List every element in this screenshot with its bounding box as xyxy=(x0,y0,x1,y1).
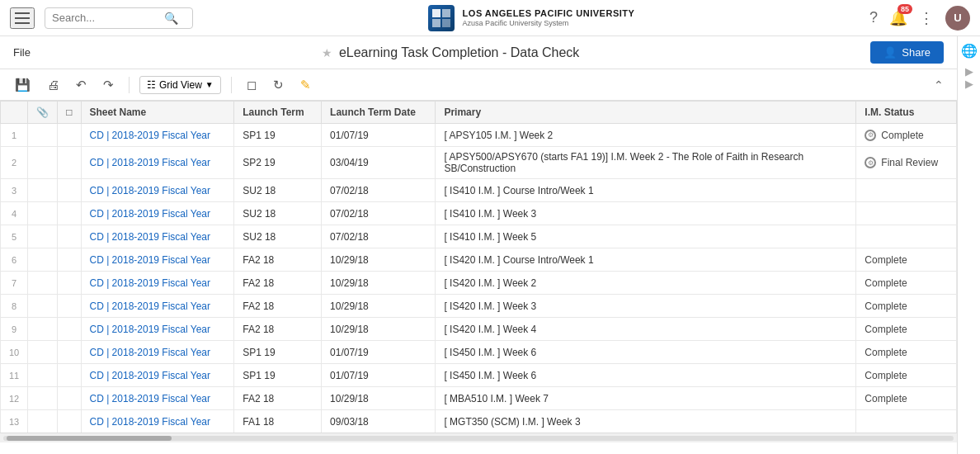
attachment-icon: 📎 xyxy=(36,106,49,118)
cell-im-status-3 xyxy=(856,179,957,202)
sheet-link-13[interactable]: CD | 2018-2019 Fiscal Year xyxy=(90,416,211,428)
row-checkbox-8[interactable] xyxy=(28,295,58,318)
sheet-link-4[interactable]: CD | 2018-2019 Fiscal Year xyxy=(90,208,211,220)
row-icon-2[interactable] xyxy=(58,147,81,179)
nav-right: ? 🔔 85 ⋮ U xyxy=(869,6,970,31)
cell-primary-6: [ IS420 I.M. ] Course Intro/Week 1 xyxy=(436,248,856,272)
horizontal-scrollbar[interactable] xyxy=(0,433,957,442)
share-button[interactable]: 👤 Share xyxy=(870,41,944,64)
share-label: Share xyxy=(902,46,931,59)
cell-launch-term-10: SP1 19 xyxy=(234,341,322,364)
grid-view-label: Grid View xyxy=(159,79,202,91)
redo-button[interactable]: ↷ xyxy=(98,74,119,96)
cell-sheet-name-11: CD | 2018-2019 Fiscal Year xyxy=(81,364,234,387)
sheet-link-7[interactable]: CD | 2018-2019 Fiscal Year xyxy=(90,277,211,289)
row-icon-11[interactable] xyxy=(58,364,81,387)
scrollbar-thumb[interactable] xyxy=(7,436,172,441)
star-icon[interactable]: ★ xyxy=(322,46,332,59)
col-primary[interactable]: Primary xyxy=(436,102,856,124)
gear-circle-icon-2: ⚙ xyxy=(865,157,876,168)
grid-icon: ☷ xyxy=(147,79,156,91)
cell-im-status-12: Complete xyxy=(856,387,957,410)
filter-button[interactable]: ◻ xyxy=(242,74,261,96)
file-menu-label[interactable]: File xyxy=(13,46,31,59)
row-checkbox-12[interactable] xyxy=(28,387,58,410)
sheet-link-10[interactable]: CD | 2018-2019 Fiscal Year xyxy=(90,347,211,358)
row-icon-3[interactable] xyxy=(58,179,81,202)
row-icon-12[interactable] xyxy=(58,387,81,410)
sheet-link-11[interactable]: CD | 2018-2019 Fiscal Year xyxy=(90,370,211,381)
cell-launch-term-13: FA1 18 xyxy=(234,410,322,433)
row-checkbox-3[interactable] xyxy=(28,179,58,202)
refresh-button[interactable]: ↻ xyxy=(268,74,289,96)
user-avatar[interactable]: U xyxy=(945,6,970,31)
col-launch-term[interactable]: Launch Term xyxy=(234,102,322,124)
row-checkbox-13[interactable] xyxy=(28,410,58,433)
apps-grid-icon[interactable]: ⋮ xyxy=(919,9,934,27)
row-checkbox-10[interactable] xyxy=(28,341,58,364)
row-icon-5[interactable] xyxy=(58,225,81,248)
row-checkbox-7[interactable] xyxy=(28,272,58,295)
cell-primary-10: [ IS450 I.M. ] Week 6 xyxy=(436,341,856,364)
undo-button[interactable]: ↶ xyxy=(71,74,92,96)
cell-launch-term-3: SU2 18 xyxy=(234,179,322,202)
chevron-down-icon: ▼ xyxy=(205,80,214,89)
sheet-link-1[interactable]: CD | 2018-2019 Fiscal Year xyxy=(90,130,211,141)
row-checkbox-11[interactable] xyxy=(28,364,58,387)
table-body: 1 CD | 2018-2019 Fiscal Year SP1 19 01/0… xyxy=(1,124,957,433)
sheet-link-3[interactable]: CD | 2018-2019 Fiscal Year xyxy=(90,185,211,196)
table-row: 11 CD | 2018-2019 Fiscal Year SP1 19 01/… xyxy=(1,364,957,387)
row-checkbox-5[interactable] xyxy=(28,225,58,248)
grid-view-button[interactable]: ☷ Grid View ▼ xyxy=(139,76,221,94)
cell-im-status-10: Complete xyxy=(856,341,957,364)
row-icon-1[interactable] xyxy=(58,124,81,147)
row-checkbox-1[interactable] xyxy=(28,124,58,147)
toolbar: 💾 🖨 ↶ ↷ ☷ Grid View ▼ ◻ ↻ xyxy=(0,69,957,101)
pencil-icon: ✎ xyxy=(300,78,311,92)
row-icon-4[interactable] xyxy=(58,202,81,225)
row-number-6: 6 xyxy=(1,248,28,272)
globe-icon[interactable]: 🌐 xyxy=(961,43,978,59)
row-checkbox-4[interactable] xyxy=(28,202,58,225)
row-icon-6[interactable] xyxy=(58,248,81,272)
col-launch-term-date[interactable]: Launch Term Date xyxy=(322,102,436,124)
row-icon-10[interactable] xyxy=(58,341,81,364)
cell-im-status-4 xyxy=(856,202,957,225)
sidebar-icon-2[interactable]: ▶▶ xyxy=(963,65,975,90)
cell-im-status-13 xyxy=(856,410,957,433)
row-checkbox-6[interactable] xyxy=(28,248,58,272)
row-icon-8[interactable] xyxy=(58,295,81,318)
hamburger-menu-button[interactable] xyxy=(10,7,35,29)
help-icon[interactable]: ? xyxy=(869,9,878,26)
sheet-link-6[interactable]: CD | 2018-2019 Fiscal Year xyxy=(90,254,211,266)
cell-sheet-name-6: CD | 2018-2019 Fiscal Year xyxy=(81,248,234,272)
row-checkbox-2[interactable] xyxy=(28,147,58,179)
row-number-2: 2 xyxy=(1,147,28,179)
print-button[interactable]: 🖨 xyxy=(42,74,64,95)
table-row: 8 CD | 2018-2019 Fiscal Year FA2 18 10/2… xyxy=(1,295,957,318)
print-icon: 🖨 xyxy=(47,78,59,92)
col-im-status[interactable]: I.M. Status xyxy=(856,102,957,124)
row-icon-9[interactable] xyxy=(58,318,81,341)
cell-im-status-8: Complete xyxy=(856,295,957,318)
sheet-link-2[interactable]: CD | 2018-2019 Fiscal Year xyxy=(90,157,211,168)
sheet-link-5[interactable]: CD | 2018-2019 Fiscal Year xyxy=(90,231,211,243)
edit-button[interactable]: ✎ xyxy=(295,74,316,96)
table-row: 13 CD | 2018-2019 Fiscal Year FA1 18 09/… xyxy=(1,410,957,433)
sheet-link-9[interactable]: CD | 2018-2019 Fiscal Year xyxy=(90,324,211,335)
cell-sheet-name-9: CD | 2018-2019 Fiscal Year xyxy=(81,318,234,341)
search-input[interactable] xyxy=(52,12,159,24)
row-number-3: 3 xyxy=(1,179,28,202)
row-icon-7[interactable] xyxy=(58,272,81,295)
cell-primary-9: [ IS420 I.M. ] Week 4 xyxy=(436,318,856,341)
table-header-row: 📎 □ Sheet Name Launch Term Launch Term D… xyxy=(1,102,957,124)
col-sheet-name[interactable]: Sheet Name xyxy=(81,102,234,124)
sheet-link-12[interactable]: CD | 2018-2019 Fiscal Year xyxy=(90,393,211,404)
row-icon-13[interactable] xyxy=(58,410,81,433)
collapse-toolbar-button[interactable]: ⌃ xyxy=(931,75,947,95)
top-navigation: 🔍 LOS ANGELES PACIFIC UNIVERSITY Azusa P… xyxy=(0,0,980,36)
save-button[interactable]: 💾 xyxy=(10,74,35,96)
row-checkbox-9[interactable] xyxy=(28,318,58,341)
sheet-link-8[interactable]: CD | 2018-2019 Fiscal Year xyxy=(90,300,211,312)
cell-im-status-5 xyxy=(856,225,957,248)
